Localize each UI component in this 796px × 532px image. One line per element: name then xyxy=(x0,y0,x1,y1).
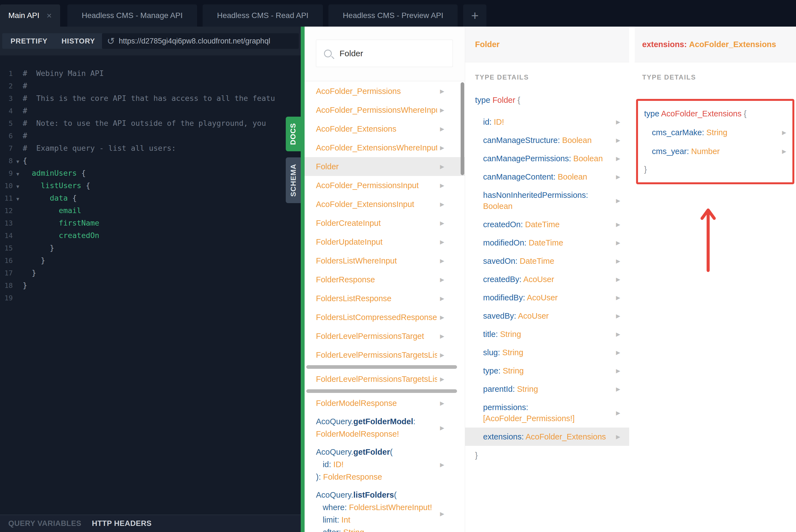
field-row-savedOn[interactable]: savedOn: DateTime▶ xyxy=(465,252,629,270)
bottom-bar: QUERY VARIABLES HTTP HEADERS xyxy=(0,515,301,532)
text-token: where: xyxy=(316,503,349,512)
fold-arrow-icon[interactable]: ▼ xyxy=(13,180,23,192)
tab-main-api[interactable]: Main API× xyxy=(0,4,60,26)
docs-list-item[interactable]: FolderLevelPermissionsTargetsListRespo▶ xyxy=(305,369,465,388)
docs-list-item[interactable]: FolderResponse▶ xyxy=(305,270,465,289)
text-token: # Webiny Main API xyxy=(23,69,104,78)
docs-item-text: AcoFolder_ExtensionsInput xyxy=(316,195,414,214)
field-row-savedBy[interactable]: savedBy: AcoUser▶ xyxy=(465,307,629,325)
expand-arrow-icon: ▶ xyxy=(616,119,620,125)
docs-list-item[interactable]: AcoQuery.listFolders( where: FoldersList… xyxy=(305,486,465,532)
extensions-close-brace: } xyxy=(644,161,792,178)
fold-arrow-icon[interactable]: ▼ xyxy=(13,168,23,179)
prettify-button[interactable]: PRETTIFY xyxy=(2,33,56,49)
field-row-hasNonInheritedPermissions[interactable]: hasNonInheritedPermissions:Boolean▶ xyxy=(465,186,629,215)
field-row-extensions[interactable]: extensions: AcoFolder_Extensions▶ xyxy=(465,428,629,446)
search-icon xyxy=(324,50,332,57)
docs-list-item[interactable]: AcoFolder_Permissions▶ xyxy=(305,82,465,100)
tab-headless-cms-read-api[interactable]: Headless CMS - Read API xyxy=(203,4,323,26)
expand-arrow-icon: ▶ xyxy=(440,163,444,170)
folder-field-list: id: ID!▶canManageStructure: Boolean▶canM… xyxy=(465,113,629,446)
docs-list-item[interactable]: FolderLevelPermissionsTargetsListMeta▶ xyxy=(305,345,465,364)
add-tab-button[interactable]: + xyxy=(463,4,487,26)
text-token: type xyxy=(475,96,493,104)
docs-list-item[interactable]: FolderCreateInput▶ xyxy=(305,214,465,232)
field-text: canManageContent: Boolean xyxy=(483,168,587,186)
code-text: # Example query - list all users: xyxy=(23,144,176,152)
field-row-canManageStructure[interactable]: canManageStructure: Boolean▶ xyxy=(465,131,629,149)
http-headers-tab[interactable]: HTTP HEADERS xyxy=(92,519,152,528)
docs-item-text: AcoFolder_Extensions xyxy=(316,119,396,138)
field-type: AcoFolder_Extensions xyxy=(526,432,606,441)
expand-arrow-icon: ▶ xyxy=(616,386,620,392)
field-type: ID! xyxy=(494,117,504,126)
schema-side-tab[interactable]: SCHEMA xyxy=(286,157,301,203)
tab-headless-cms-manage-api[interactable]: Headless CMS - Manage API xyxy=(67,4,197,26)
docs-list-item[interactable]: AcoFolder_PermissionsWhereInput▶ xyxy=(305,100,465,119)
reload-icon[interactable]: ↺ xyxy=(107,36,115,46)
expand-arrow-icon: ▶ xyxy=(440,461,444,468)
line-number: 7 xyxy=(0,142,13,154)
code-line: 5# Note: to use the API outside of the p… xyxy=(0,117,301,129)
field-row-slug[interactable]: slug: String▶ xyxy=(465,343,629,362)
tab-bar: Main API×Headless CMS - Manage APIHeadle… xyxy=(0,0,796,26)
docs-list-item[interactable]: FoldersListCompressedResponse▶ xyxy=(305,308,465,327)
field-row-cms_year[interactable]: cms_year: Number▶ xyxy=(644,142,792,161)
code-line: 6# xyxy=(0,129,301,142)
field-row-parentId[interactable]: parentId: String▶ xyxy=(465,380,629,398)
field-row-permissions[interactable]: permissions:[AcoFolder_Permissions!]▶ xyxy=(465,398,629,428)
docs-item-text: FoldersListCompressedResponse xyxy=(316,308,437,327)
docs-list-item[interactable]: FolderModelResponse▶ xyxy=(305,394,465,413)
expand-arrow-icon: ▶ xyxy=(440,201,444,208)
history-button[interactable]: HISTORY xyxy=(53,33,103,49)
text-token: AcoFolder_Permissions xyxy=(316,87,401,96)
docs-list-item[interactable]: FoldersListResponse▶ xyxy=(305,289,465,308)
expand-arrow-icon: ▶ xyxy=(440,88,444,94)
fold-arrow-icon[interactable]: ▼ xyxy=(13,193,23,204)
docs-side-tab[interactable]: DOCS xyxy=(286,117,301,151)
code-line: 17 } xyxy=(0,267,301,279)
close-tab-icon[interactable]: × xyxy=(46,11,52,20)
text-token: FoldersListCompressedResponse xyxy=(316,313,437,322)
tab-headless-cms-preview-api[interactable]: Headless CMS - Preview API xyxy=(328,4,458,26)
folder-type-declaration: type Folder { xyxy=(475,94,629,106)
text-token: AcoQuery. xyxy=(316,491,353,499)
horizontal-scrollbar[interactable] xyxy=(306,365,457,369)
field-row-canManageContent[interactable]: canManageContent: Boolean▶ xyxy=(465,168,629,186)
docs-list-item[interactable]: AcoFolder_Extensions▶ xyxy=(305,119,465,138)
field-row-createdBy[interactable]: createdBy: AcoUser▶ xyxy=(465,270,629,288)
text-token: FolderModelResponse! xyxy=(316,430,399,438)
text-token xyxy=(23,218,59,227)
docs-list-item[interactable]: AcoFolder_ExtensionsWhereInput▶ xyxy=(305,138,465,157)
query-editor[interactable]: 1# Webiny Main API2#3# This is the core … xyxy=(0,55,301,515)
endpoint-url-input[interactable] xyxy=(119,37,294,45)
field-row-id[interactable]: id: ID!▶ xyxy=(465,113,629,131)
docs-list-item[interactable]: AcoQuery.getFolderModel:FolderModelRespo… xyxy=(305,413,465,443)
field-row-type[interactable]: type: String▶ xyxy=(465,362,629,380)
field-row-title[interactable]: title: String▶ xyxy=(465,325,629,343)
query-variables-tab[interactable]: QUERY VARIABLES xyxy=(8,519,81,528)
field-row-cms_carMake[interactable]: cms_carMake: String▶ xyxy=(644,123,792,142)
docs-list-item[interactable]: Folder▶ xyxy=(305,157,465,176)
field-row-modifiedOn[interactable]: modifiedOn: DateTime▶ xyxy=(465,233,629,252)
docs-list-item[interactable]: FolderLevelPermissionsTarget▶ xyxy=(305,327,465,345)
field-row-canManagePermissions[interactable]: canManagePermissions: Boolean▶ xyxy=(465,149,629,168)
text-token xyxy=(77,169,81,177)
expand-arrow-icon: ▶ xyxy=(440,126,444,132)
docs-list-item[interactable]: FolderUpdateInput▶ xyxy=(305,232,465,251)
docs-search-input[interactable] xyxy=(340,49,445,58)
docs-list-item[interactable]: AcoQuery.getFolder( id: ID!): FolderResp… xyxy=(305,443,465,486)
field-row-createdOn[interactable]: createdOn: DateTime▶ xyxy=(465,215,629,233)
horizontal-scrollbar[interactable] xyxy=(306,389,457,393)
code-line: 4# xyxy=(0,104,301,117)
field-type: Boolean xyxy=(573,154,603,163)
field-type: Boolean xyxy=(558,172,587,181)
docs-list-item[interactable]: FoldersListWhereInput▶ xyxy=(305,251,465,270)
fold-arrow-icon[interactable]: ▼ xyxy=(13,155,23,167)
field-row-modifiedBy[interactable]: modifiedBy: AcoUser▶ xyxy=(465,288,629,307)
code-line: 16 } xyxy=(0,254,301,267)
docs-list-item[interactable]: AcoFolder_ExtensionsInput▶ xyxy=(305,195,465,214)
docs-list-item[interactable]: AcoFolder_PermissionsInput▶ xyxy=(305,176,465,195)
docs-vertical-scrollbar[interactable] xyxy=(461,82,464,175)
docs-item-text: FoldersListResponse xyxy=(316,289,391,308)
